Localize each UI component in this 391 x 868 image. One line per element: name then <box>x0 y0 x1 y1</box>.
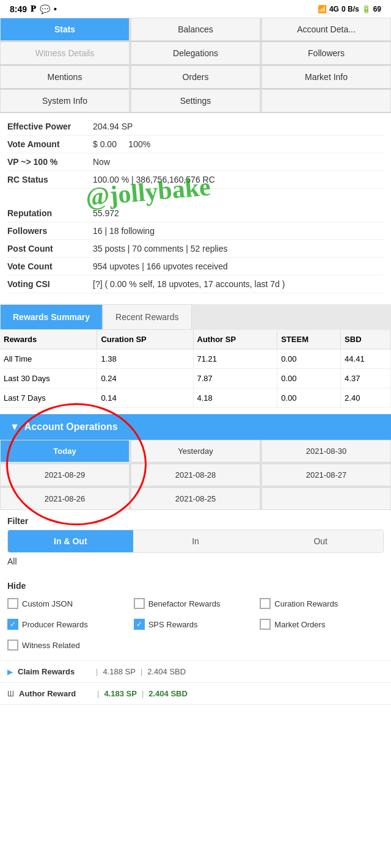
account-operations-title: Account Operations <box>24 421 118 432</box>
nav-orders[interactable]: Orders <box>131 65 260 89</box>
stat-value-voting-csi: [?] ( 0.00 % self, 18 upvotes, 17 accoun… <box>93 279 384 289</box>
stat-label-voting-csi: Voting CSI <box>7 279 93 289</box>
date-empty <box>261 487 391 510</box>
stat-value-vp: Now <box>93 157 384 167</box>
dot-icon: • <box>54 4 57 14</box>
nav-settings[interactable]: Settings <box>131 89 260 112</box>
checkbox-sps-rewards[interactable] <box>134 619 145 630</box>
hide-label-benefactor-rewards: Benefactor Rewards <box>148 599 221 608</box>
cell-author-alltime: 71.21 <box>193 349 277 369</box>
nav-stats[interactable]: Stats <box>0 18 130 41</box>
nav-account-details[interactable]: Account Deta... <box>261 18 391 41</box>
op-value-claim-sp: 4.188 SP <box>103 667 136 676</box>
hide-item-curation-rewards[interactable]: Curation Rewards <box>260 594 384 613</box>
checkbox-custom-json[interactable] <box>7 598 18 609</box>
signal-icon: 📶 <box>318 5 327 13</box>
op-claim-rewards[interactable]: ▶ Claim Rewards | 4.188 SP | 2.404 SBD <box>0 661 391 683</box>
cell-author-30d: 7.87 <box>193 369 277 388</box>
op-author-reward[interactable]: Ш Author Reward | 4.183 SP | 2.404 SBD <box>0 683 391 705</box>
tab-recent-rewards[interactable]: Recent Rewards <box>103 304 192 330</box>
stats-section-2: Reputation 55.972 Followers 16 | 18 foll… <box>0 200 391 298</box>
stat-value-vote-amount: $ 0.00 100% <box>93 139 384 149</box>
stat-effective-power: Effective Power 204.94 SP <box>7 118 384 136</box>
date-2021-08-30[interactable]: 2021-08-30 <box>261 440 391 462</box>
checkbox-market-orders[interactable] <box>260 619 271 630</box>
stat-value-rc: 100.00 % | 386,756,160,576 RC <box>93 175 384 184</box>
hide-item-market-orders[interactable]: Market Orders <box>260 615 384 633</box>
nav-balances[interactable]: Balances <box>131 18 260 41</box>
cell-sbd-7d: 2.40 <box>341 388 391 408</box>
data-speed: 0 B/s <box>342 5 359 13</box>
checkbox-curation-rewards[interactable] <box>260 598 271 609</box>
status-bar: 8:49 𝐏 💬 • 📶 4G 0 B/s 🔋 69 <box>0 0 391 18</box>
hide-label-custom-json: Custom JSON <box>22 599 73 608</box>
stat-label-vote-count: Vote Count <box>7 261 93 271</box>
cell-sbd-alltime: 44.41 <box>341 349 391 369</box>
date-yesterday[interactable]: Yesterday <box>131 440 260 462</box>
stat-label-vote-amount: Vote Amount <box>7 139 93 149</box>
nav-delegations[interactable]: Delegations <box>131 42 260 65</box>
cell-author-7d: 4.18 <box>193 388 277 408</box>
date-2021-08-29[interactable]: 2021-08-29 <box>0 464 130 486</box>
checkbox-benefactor-rewards[interactable] <box>134 598 145 609</box>
hide-label: Hide <box>7 581 384 591</box>
stat-label-post-count: Post Count <box>7 244 93 253</box>
stat-value-effective-power: 204.94 SP <box>93 122 384 131</box>
hide-item-witness-related[interactable]: Witness Related <box>7 636 131 654</box>
nav-followers[interactable]: Followers <box>261 42 391 65</box>
nav-row-2: Witness Details Delegations Followers <box>0 42 391 65</box>
nav-mentions[interactable]: Mentions <box>0 65 130 89</box>
bottom-operations: ▶ Claim Rewards | 4.188 SP | 2.404 SBD Ш… <box>0 660 391 705</box>
cell-period-30d: Last 30 Days <box>0 369 97 388</box>
nav-empty <box>261 89 391 112</box>
cell-steem-30d: 0.00 <box>277 369 341 388</box>
filter-label: Filter <box>7 516 384 526</box>
hide-item-custom-json[interactable]: Custom JSON <box>7 594 131 613</box>
hide-item-producer-rewards[interactable]: Producer Rewards <box>7 615 131 633</box>
cell-curation-7d: 0.14 <box>97 388 193 408</box>
filter-in[interactable]: In <box>133 530 258 552</box>
nav-row-4: System Info Settings <box>0 89 391 113</box>
hide-label-witness-related: Witness Related <box>22 641 80 650</box>
divider-2: | <box>141 667 142 676</box>
stat-label-vp: VP ~> 100 % <box>7 157 93 167</box>
date-today[interactable]: Today <box>0 440 130 462</box>
stat-label-effective-power: Effective Power <box>7 122 93 131</box>
stat-rc-status: RC Status 100.00 % | 386,756,160,576 RC <box>7 171 384 189</box>
divider-1: | <box>96 667 98 676</box>
cell-steem-alltime: 0.00 <box>277 349 341 369</box>
nav-market-info[interactable]: Market Info <box>261 65 391 89</box>
cell-curation-alltime: 1.38 <box>97 349 193 369</box>
date-2021-08-26[interactable]: 2021-08-26 <box>0 487 130 510</box>
stat-value-vote-count: 954 upvotes | 166 upvotes received <box>93 261 384 271</box>
hide-label-sps-rewards: SPS Rewards <box>148 620 198 629</box>
checkbox-producer-rewards[interactable] <box>7 619 18 630</box>
stat-value-reputation: 55.972 <box>93 208 384 218</box>
play-icon: ▶ <box>7 668 13 676</box>
stat-followers: Followers 16 | 18 following <box>7 222 384 240</box>
stat-value-followers: 16 | 18 following <box>93 226 384 236</box>
date-2021-08-25[interactable]: 2021-08-25 <box>131 487 260 510</box>
filter-in-out[interactable]: In & Out <box>8 530 133 552</box>
col-sbd: SBD <box>341 330 391 349</box>
time-display: 8:49 <box>10 4 27 14</box>
checkbox-witness-related[interactable] <box>7 640 18 651</box>
divider-3: | <box>97 689 99 698</box>
op-value-author-sp: 4.183 SP <box>104 689 137 698</box>
date-grid: Today Yesterday 2021-08-30 2021-08-29 20… <box>0 440 391 510</box>
steem-icon: Ш <box>7 690 14 698</box>
stat-label-followers: Followers <box>7 226 93 236</box>
table-row: Last 7 Days 0.14 4.18 0.00 2.40 <box>0 388 391 408</box>
tab-rewards-summary[interactable]: Rewards Summary <box>0 304 103 330</box>
filter-out[interactable]: Out <box>258 530 383 552</box>
col-rewards: Rewards <box>0 330 97 349</box>
hide-item-sps-rewards[interactable]: SPS Rewards <box>134 615 258 633</box>
date-2021-08-28[interactable]: 2021-08-28 <box>131 464 260 486</box>
rewards-tabs: Rewards Summary Recent Rewards <box>0 304 391 330</box>
nav-witness-details[interactable]: Witness Details <box>0 42 130 65</box>
status-left: 8:49 𝐏 💬 • <box>10 4 57 14</box>
stat-reputation: Reputation 55.972 <box>7 205 384 222</box>
nav-system-info[interactable]: System Info <box>0 89 130 112</box>
hide-item-benefactor-rewards[interactable]: Benefactor Rewards <box>134 594 258 613</box>
date-2021-08-27[interactable]: 2021-08-27 <box>261 464 391 486</box>
